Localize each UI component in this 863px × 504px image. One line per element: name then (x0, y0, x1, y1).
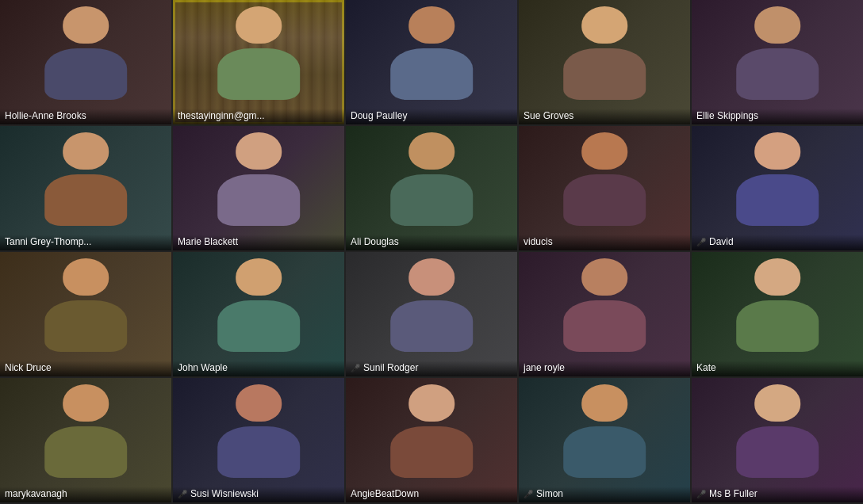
video-cell-11[interactable]: John Waple (173, 252, 344, 376)
video-cell-15[interactable]: marykavanagh (0, 378, 171, 502)
name-tag-0: Hollie-Anne Brooks (0, 109, 171, 124)
video-cell-17[interactable]: AngieBeatDown (346, 378, 517, 502)
video-cell-7[interactable]: Ali Douglas (346, 126, 517, 250)
video-cell-8[interactable]: viducis (519, 126, 690, 250)
video-cell-18[interactable]: 🎤Simon (519, 378, 690, 502)
name-tag-19: 🎤Ms B Fuller (692, 487, 863, 502)
participant-name: Simon (536, 488, 563, 499)
name-tag-14: Kate (692, 361, 863, 376)
name-tag-1: thestayinginn@gm... (173, 109, 344, 124)
name-tag-6: Marie Blackett (173, 235, 344, 250)
video-cell-5[interactable]: Tanni Grey-Thomp... (0, 126, 171, 250)
participant-name: David (709, 236, 734, 247)
name-tag-18: 🎤Simon (519, 487, 690, 502)
name-tag-2: Doug Paulley (346, 109, 517, 124)
name-tag-16: 🎤Susi Wisniewski (173, 487, 344, 502)
participant-name: Susi Wisniewski (190, 488, 259, 499)
participant-name: Sue Groves (524, 110, 573, 121)
participant-name: Tanni Grey-Thomp... (5, 236, 91, 247)
video-cell-2[interactable]: Doug Paulley (346, 0, 517, 124)
participant-name: jane royle (524, 362, 565, 373)
participant-name: John Waple (178, 362, 228, 373)
name-tag-7: Ali Douglas (346, 235, 517, 250)
mute-icon: 🎤 (524, 490, 533, 498)
participant-name: Sunil Rodger (363, 362, 418, 373)
name-tag-13: jane royle (519, 361, 690, 376)
participant-name: Marie Blackett (178, 236, 238, 247)
participant-name: marykavanagh (5, 488, 67, 499)
name-tag-8: viducis (519, 235, 690, 250)
name-tag-15: marykavanagh (0, 487, 171, 502)
video-cell-6[interactable]: Marie Blackett (173, 126, 344, 250)
participant-name: Ms B Fuller (709, 488, 758, 499)
participant-name: AngieBeatDown (351, 488, 419, 499)
name-tag-12: 🎤Sunil Rodger (346, 361, 517, 376)
name-tag-10: Nick Druce (0, 361, 171, 376)
participant-name: thestayinginn@gm... (178, 110, 265, 121)
video-cell-19[interactable]: 🎤Ms B Fuller (692, 378, 863, 502)
name-tag-9: 🎤David (692, 235, 863, 250)
video-cell-0[interactable]: Hollie-Anne Brooks (0, 0, 171, 124)
participant-name: Doug Paulley (351, 110, 407, 121)
video-cell-16[interactable]: 🎤Susi Wisniewski (173, 378, 344, 502)
name-tag-11: John Waple (173, 361, 344, 376)
video-cell-4[interactable]: Ellie Skippings (692, 0, 863, 124)
video-cell-13[interactable]: jane royle (519, 252, 690, 376)
video-cell-1[interactable]: thestayinginn@gm... (173, 0, 344, 124)
video-cell-14[interactable]: Kate (692, 252, 863, 376)
participant-name: viducis (524, 236, 553, 247)
video-cell-3[interactable]: Sue Groves (519, 0, 690, 124)
mute-icon: 🎤 (696, 490, 706, 498)
mute-icon: 🎤 (696, 238, 706, 246)
mute-icon: 🎤 (351, 364, 360, 372)
participant-name: Ellie Skippings (696, 110, 758, 121)
video-cell-9[interactable]: 🎤David (692, 126, 863, 250)
video-grid: Hollie-Anne Brooksthestayinginn@gm...Dou… (0, 0, 863, 504)
video-cell-10[interactable]: Nick Druce (0, 252, 171, 376)
name-tag-17: AngieBeatDown (346, 487, 517, 502)
participant-name: Ali Douglas (351, 236, 399, 247)
participant-name: Kate (696, 362, 716, 373)
name-tag-4: Ellie Skippings (692, 109, 863, 124)
participant-name: Nick Druce (5, 362, 52, 373)
video-cell-12[interactable]: 🎤Sunil Rodger (346, 252, 517, 376)
name-tag-3: Sue Groves (519, 109, 690, 124)
participant-name: Hollie-Anne Brooks (5, 110, 86, 121)
mute-icon: 🎤 (178, 490, 187, 498)
name-tag-5: Tanni Grey-Thomp... (0, 235, 171, 250)
